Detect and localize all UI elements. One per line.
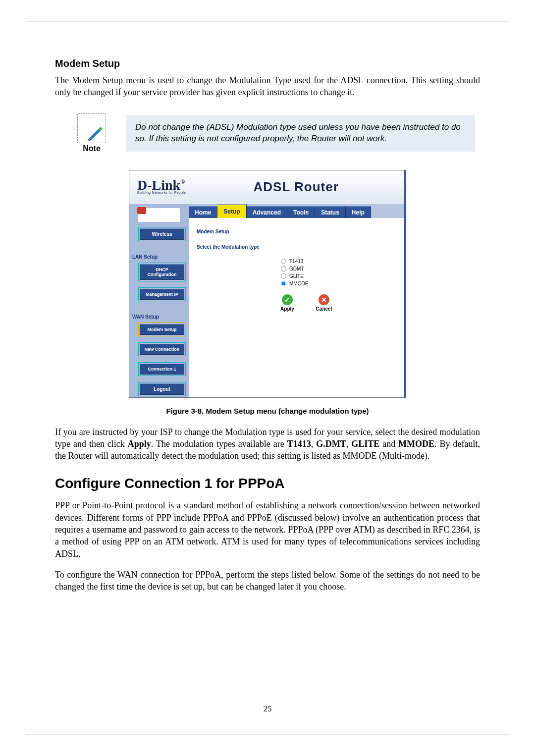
sidebar-btn-modem-setup[interactable]: Modem Setup — [140, 324, 184, 335]
dlink-logo: D-Link® Building Networks for People — [137, 180, 186, 194]
apply-label: Apply — [276, 306, 299, 312]
tab-home[interactable]: Home — [189, 206, 217, 218]
note-label: Note — [74, 144, 109, 153]
notepad-icon — [77, 113, 106, 143]
note-callout: Note Do not change the (ADSL) Modulation… — [74, 113, 480, 153]
radio-label: T1413 — [289, 259, 303, 264]
action-row: ✓ Apply ✕ Cancel — [276, 294, 396, 312]
tab-help[interactable]: Help — [346, 206, 371, 218]
radio-glite[interactable]: GLITE — [281, 273, 396, 279]
heading-pppoa: Configure Connection 1 for PPPoA — [55, 476, 480, 491]
note-icon-column: Note — [74, 113, 109, 153]
radio-input-glite[interactable] — [281, 273, 286, 279]
sidebar-section-lan: LAN Setup — [132, 247, 186, 263]
figure-caption: Figure 3-8. Modem Setup menu (change mod… — [55, 407, 480, 415]
radio-mmode[interactable]: MMODE — [281, 281, 396, 286]
main-panel: HomeSetupAdvancedToolsStatusHelp Modem S… — [189, 204, 404, 397]
tab-tools[interactable]: Tools — [287, 206, 315, 218]
apply-button[interactable]: ✓ Apply — [276, 294, 299, 312]
panel-subtitle: Select the Modulation type — [197, 244, 396, 250]
radio-label: MMODE — [289, 281, 308, 286]
sidebar-btn-wireless[interactable]: Wireless — [140, 228, 184, 240]
tab-status[interactable]: Status — [315, 206, 346, 218]
sidebar-btn-mgmt-ip[interactable]: Management IP — [140, 289, 184, 300]
tab-setup[interactable]: Setup — [217, 204, 246, 218]
radio-gdmt[interactable]: GDMT — [281, 266, 396, 271]
note-text: Do not change the (ADSL) Modulation type… — [126, 115, 475, 152]
device-image — [138, 208, 180, 222]
sidebar-section-wan: WAN Setup — [132, 307, 186, 323]
radio-input-mmode[interactable] — [281, 281, 286, 286]
radio-input-gdmt[interactable] — [281, 266, 286, 271]
close-icon: ✕ — [319, 294, 329, 305]
radio-input-t1413[interactable] — [281, 259, 286, 264]
modulation-radio-group: T1413GDMTGLITEMMODE — [281, 259, 396, 286]
sidebar: Wireless LAN Setup DHCP Configuration Ma… — [129, 204, 189, 397]
sidebar-btn-logout[interactable]: Logout — [140, 383, 184, 395]
logo-text: D-Link — [137, 177, 180, 193]
radio-label: GLITE — [289, 273, 304, 279]
intro-paragraph: The Modem Setup menu is used to change t… — [55, 74, 480, 99]
cancel-label: Cancel — [313, 306, 335, 312]
sidebar-btn-new-connection[interactable]: New Connection — [140, 344, 184, 355]
radio-label: GDMT — [289, 266, 304, 271]
router-screenshot: D-Link® Building Networks for People ADS… — [129, 170, 406, 398]
heading-modem-setup: Modem Setup — [55, 58, 480, 69]
router-title: ADSL Router — [206, 179, 396, 195]
post-figure-paragraph: If you are instructed by your ISP to cha… — [55, 426, 480, 462]
router-header: D-Link® Building Networks for People ADS… — [129, 170, 404, 204]
page-number: 25 — [26, 704, 509, 714]
radio-t1413[interactable]: T1413 — [281, 259, 396, 264]
check-icon: ✓ — [282, 294, 293, 305]
sidebar-btn-dhcp[interactable]: DHCP Configuration — [140, 264, 184, 280]
pppoa-para-1: PPP or Point-to-Point protocol is a stan… — [55, 499, 480, 559]
sidebar-btn-connection-1[interactable]: Connection 1 — [140, 364, 184, 375]
cancel-button[interactable]: ✕ Cancel — [313, 294, 335, 312]
tabs-bar: HomeSetupAdvancedToolsStatusHelp — [189, 204, 404, 218]
page-content: Modem Setup The Modem Setup menu is used… — [26, 21, 509, 735]
tab-advanced[interactable]: Advanced — [247, 206, 287, 218]
panel-title: Modem Setup — [197, 229, 396, 234]
pppoa-para-2: To configure the WAN connection for PPPo… — [55, 569, 480, 593]
